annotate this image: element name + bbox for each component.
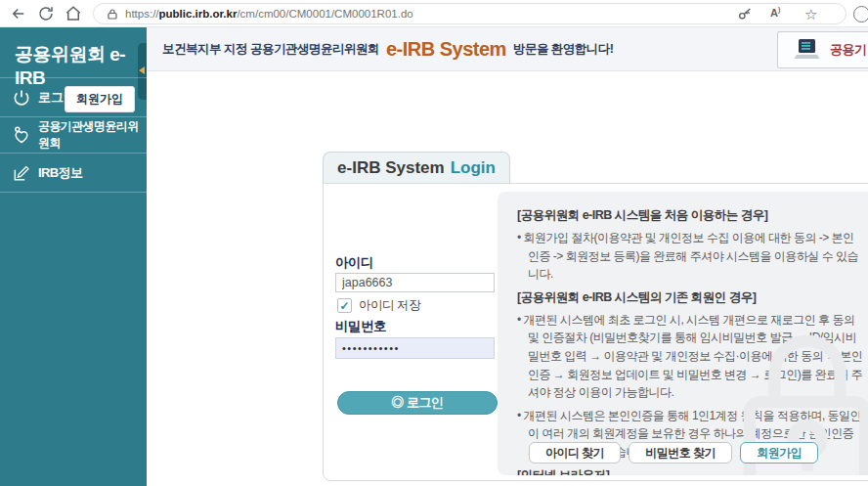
- sidebar-item-label: IRB정보: [38, 164, 82, 182]
- sidebar-login-row: 로그인 회원가입: [0, 77, 147, 116]
- welcome-brand: e-IRB System: [386, 38, 506, 61]
- url-path: /cm/cm00/CM0001/CM0001R01.do: [237, 8, 412, 20]
- sidebar: 공용위원회 e-IRB 로그인 회원가입 공용기관생명윤리위원회 IRB정보: [0, 27, 147, 486]
- panel-title-main: e-IRB System: [337, 158, 445, 178]
- sidebar-item-label: 공용기관생명윤리위원회: [38, 118, 147, 152]
- home-icon[interactable]: [65, 5, 82, 22]
- top-header: 보건복지부 지정 공용기관생명윤리위원회 e-IRB System 방문을 환영…: [147, 27, 868, 71]
- password-label: 비밀번호: [335, 318, 386, 335]
- login-card: 아이디 ✓ 아이디 저장 비밀번호 ◎ 로그인 [공용위원회 e-IRB 시스템…: [323, 183, 868, 481]
- sidebar-item-irb-info[interactable]: IRB정보: [0, 153, 147, 192]
- url-text: https://public.irb.or.kr/cm/cm00/CM0001/…: [125, 8, 413, 20]
- url-host: public.irb.or.kr: [159, 8, 238, 20]
- sidebar-divider: [0, 192, 147, 193]
- notice-bullet: 회원가입 절차(이용약관 및 개인정보 수집 이용에 대한 동의 -> 본인인증…: [517, 229, 863, 284]
- find-password-button[interactable]: 비밀번호 찾기: [629, 442, 732, 464]
- password-key-icon[interactable]: [737, 7, 753, 22]
- back-icon[interactable]: [10, 5, 27, 22]
- save-id-label: 아이디 저장: [359, 297, 420, 314]
- find-id-button[interactable]: 아이디 찾기: [529, 442, 621, 464]
- welcome-message: 보건복지부 지정 공용기관생명윤리위원회 e-IRB System 방문을 환영…: [162, 27, 614, 70]
- refresh-icon[interactable]: [37, 5, 55, 22]
- password-input[interactable]: [335, 337, 495, 359]
- checkbox-checked-icon[interactable]: ✓: [337, 298, 352, 313]
- id-label: 아이디: [335, 254, 373, 272]
- panel-title-accent: Login: [451, 158, 496, 178]
- welcome-prefix: 보건복지부 지정 공용기관생명윤리위원회: [162, 41, 379, 58]
- bioethics-heart-icon: [12, 125, 31, 145]
- eirb-login-page: https://public.irb.or.kr/cm/cm00/CM0001/…: [0, 0, 868, 486]
- url-scheme: https://: [125, 8, 159, 20]
- sidebar-signup-button[interactable]: 회원가입: [65, 86, 135, 112]
- save-id-checkbox-row[interactable]: ✓ 아이디 저장: [337, 297, 420, 314]
- collapse-arrow-icon: [139, 66, 145, 74]
- browser-profile-icon[interactable]: [853, 6, 868, 22]
- corner-link-label: 공용기: [830, 41, 867, 59]
- welcome-suffix: 방문을 환영합니다!: [513, 41, 614, 58]
- pencil-edit-icon: [12, 163, 31, 183]
- login-panel-title: e-IRB System Login: [323, 152, 510, 184]
- favorites-star-icon[interactable]: ☆: [804, 4, 820, 20]
- notice-heading: [공용위원회 e-IRB 시스템을 처음 이용하는 경우]: [517, 207, 863, 224]
- login-button[interactable]: ◎ 로그인: [337, 391, 498, 415]
- browser-toolbar: https://public.irb.or.kr/cm/cm00/CM0001/…: [0, 0, 868, 27]
- notice-heading: [공용위원회 e-IRB 시스템의 기존 회원인 경우]: [517, 289, 863, 306]
- read-aloud-icon[interactable]: A): [770, 6, 780, 22]
- corner-quick-link[interactable]: 공용기: [777, 31, 868, 68]
- notice-panel: [공용위원회 e-IRB 시스템을 처음 이용하는 경우] 회원가입 절차(이용…: [498, 192, 868, 475]
- address-bar[interactable]: https://public.irb.or.kr/cm/cm00/CM0001/…: [93, 3, 846, 24]
- power-login-icon: [12, 88, 31, 108]
- sidebar-item-committee[interactable]: 공용기관생명윤리위원회: [0, 116, 147, 153]
- signup-button[interactable]: 회원가입: [740, 442, 818, 464]
- id-input[interactable]: [335, 273, 495, 292]
- laptop-icon: [794, 38, 820, 62]
- lock-icon[interactable]: [107, 8, 118, 21]
- account-buttons-row: 아이디 찾기 비밀번호 찾기 회원가입: [529, 442, 818, 464]
